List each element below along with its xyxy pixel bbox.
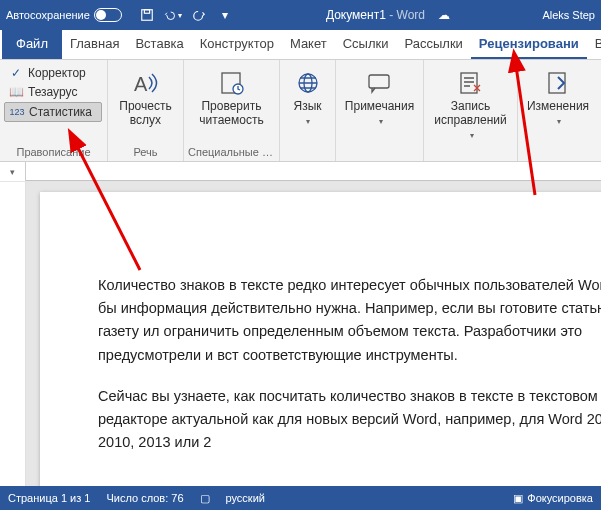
page[interactable]: Количество знаков в тексте редко интерес…: [40, 192, 601, 508]
btn-label: исправлений: [434, 113, 506, 127]
svg-text:A: A: [134, 73, 148, 95]
title-bar: Автосохранение ▾ ▾ Документ1 - Word ☁ Al…: [0, 0, 601, 30]
stats-icon: 123: [9, 105, 25, 119]
page-viewport[interactable]: Количество знаков в тексте редко интерес…: [26, 182, 601, 508]
btn-label: Прочесть: [119, 99, 171, 113]
svg-rect-0: [142, 10, 153, 21]
tab-review[interactable]: Рецензировани: [471, 30, 587, 59]
tab-design[interactable]: Конструктор: [192, 30, 282, 59]
track-changes-icon: [457, 68, 485, 98]
document-area: Количество знаков в тексте редко интерес…: [0, 182, 601, 508]
btn-label: Тезаурус: [28, 85, 77, 99]
editor-icon: ✓: [8, 66, 24, 80]
tab-insert[interactable]: Вставка: [127, 30, 191, 59]
tab-references[interactable]: Ссылки: [335, 30, 397, 59]
app-name: - Word: [389, 8, 425, 22]
group-comments: Примечания▾: [336, 60, 424, 161]
readability-icon: [217, 68, 247, 98]
ruler: ▾ 2·1·▾·1·2·3·4·5·6·7·8·9·10·11·12·13: [0, 162, 601, 182]
qat-customize-icon[interactable]: ▾: [216, 6, 234, 24]
ribbon-tabs: Файл Главная Вставка Конструктор Макет С…: [0, 30, 601, 60]
group-speech: A Прочестьвслух Речь: [108, 60, 184, 161]
doc-name: Документ1: [326, 8, 386, 22]
btn-check-readability[interactable]: Проверитьчитаемость: [188, 64, 275, 144]
autosave-label: Автосохранение: [6, 9, 90, 21]
ribbon: ✓Корректор 📖Тезаурус 123Статистика Право…: [0, 60, 601, 162]
svg-rect-1: [144, 10, 149, 14]
horizontal-ruler[interactable]: 2·1·▾·1·2·3·4·5·6·7·8·9·10·11·12·13: [26, 162, 601, 181]
group-accessibility: Проверитьчитаемость Специальные во…: [184, 60, 280, 161]
group-label: Речь: [108, 144, 183, 161]
changes-icon: [544, 68, 572, 98]
btn-editor[interactable]: ✓Корректор: [4, 64, 102, 82]
status-proofing-icon[interactable]: ▢: [200, 492, 210, 505]
group-label: [518, 144, 598, 161]
group-proofing: ✓Корректор 📖Тезаурус 123Статистика Право…: [0, 60, 108, 161]
save-icon[interactable]: [138, 6, 156, 24]
status-word-count[interactable]: Число слов: 76: [106, 492, 183, 504]
status-language[interactable]: русский: [226, 492, 265, 504]
group-language: Язык▾: [280, 60, 336, 161]
group-label: Специальные во…: [184, 144, 279, 161]
btn-label: вслух: [130, 113, 161, 127]
group-label: [424, 145, 517, 161]
toggle-icon: [94, 8, 122, 22]
btn-label: Корректор: [28, 66, 86, 80]
svg-rect-7: [369, 75, 389, 88]
undo-icon[interactable]: ▾: [164, 6, 182, 24]
thesaurus-icon: 📖: [8, 85, 24, 99]
autosave-toggle[interactable]: Автосохранение: [6, 8, 122, 22]
ruler-corner: ▾: [0, 162, 26, 181]
window-title: Документ1 - Word ☁: [234, 8, 543, 22]
paragraph[interactable]: Сейчас вы узнаете, как посчитать количес…: [98, 385, 601, 455]
read-aloud-icon: A: [131, 68, 161, 98]
tab-home[interactable]: Главная: [62, 30, 127, 59]
btn-read-aloud[interactable]: A Прочестьвслух: [112, 64, 179, 144]
btn-label: читаемость: [199, 113, 263, 127]
focus-icon: ▣: [513, 492, 523, 505]
btn-label: Язык: [293, 99, 321, 113]
status-page[interactable]: Страница 1 из 1: [8, 492, 90, 504]
group-label: [336, 144, 423, 161]
user-name[interactable]: Aleks Step: [542, 9, 595, 21]
btn-language[interactable]: Язык▾: [284, 64, 331, 144]
btn-label: Проверить: [201, 99, 261, 113]
btn-word-count[interactable]: 123Статистика: [4, 102, 102, 122]
language-icon: [295, 68, 321, 98]
btn-label: Статистика: [29, 105, 92, 119]
tab-file[interactable]: Файл: [2, 30, 62, 59]
btn-label: Примечания: [345, 99, 414, 113]
comments-icon: [366, 68, 394, 98]
tab-mailings[interactable]: Рассылки: [396, 30, 470, 59]
btn-label: Изменения: [527, 99, 589, 113]
btn-track-changes[interactable]: Записьисправлений ▾: [428, 64, 513, 145]
redo-icon[interactable]: [190, 6, 208, 24]
group-label: [280, 144, 335, 161]
group-label: Правописание: [0, 144, 107, 161]
btn-thesaurus[interactable]: 📖Тезаурус: [4, 83, 102, 101]
btn-changes[interactable]: Изменения▾: [522, 64, 594, 144]
tab-view[interactable]: Вид: [587, 30, 601, 59]
vertical-ruler[interactable]: [0, 182, 26, 508]
paragraph[interactable]: Количество знаков в тексте редко интерес…: [98, 274, 601, 367]
status-focus[interactable]: ▣Фокусировка: [513, 492, 593, 505]
btn-label: Запись: [451, 99, 490, 113]
quick-access-toolbar: ▾ ▾: [138, 6, 234, 24]
focus-label: Фокусировка: [527, 492, 593, 504]
group-changes: Изменения▾: [518, 60, 598, 161]
group-tracking: Записьисправлений ▾: [424, 60, 518, 161]
tab-layout[interactable]: Макет: [282, 30, 335, 59]
btn-comments[interactable]: Примечания▾: [340, 64, 419, 144]
status-bar: Страница 1 из 1 Число слов: 76 ▢ русский…: [0, 486, 601, 510]
